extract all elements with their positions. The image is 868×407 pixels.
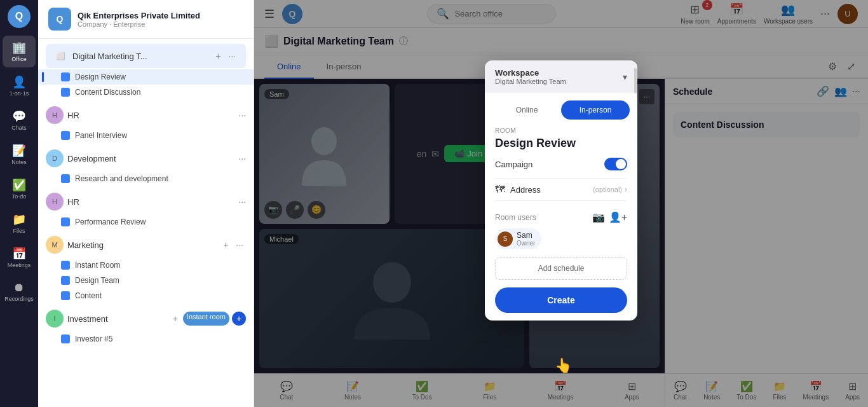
create-button[interactable]: Create [495, 287, 627, 313]
sidebar-item-files[interactable]: 📁 Files [3, 207, 36, 239]
room-name-instant: Instant Room [75, 261, 120, 270]
sidebar-item-todo[interactable]: ✅ To-do [3, 173, 36, 205]
modal-tab-inperson[interactable]: In-person [561, 100, 630, 120]
room-name-content-discussion: Content Discussion [75, 88, 140, 97]
company-name: Qik Enterprises Private Limited [78, 11, 200, 20]
section-name-development: Development [67, 154, 234, 163]
section-hr-1-menu[interactable]: ··· [238, 110, 246, 120]
investment-menu-btn[interactable]: + [232, 312, 246, 326]
marketing-add-btn[interactable]: + [220, 238, 231, 251]
room-panel-interview[interactable]: Panel Interview [38, 128, 254, 143]
user-chip-avatar-sam: S [498, 231, 513, 247]
room-name-design-team: Design Team [75, 276, 119, 285]
campaign-toggle[interactable] [604, 158, 627, 170]
room-content-discussion[interactable]: Content Discussion [38, 85, 254, 100]
section-investment: I Investment + Instant room + [38, 306, 254, 331]
room-users-section: Room users 📷 👤+ S Sam Owner [495, 211, 627, 249]
workspace-name: Digital Marketing T... [72, 52, 208, 61]
address-right: (optional) › [593, 185, 627, 194]
room-name-display: Design Review [495, 137, 627, 150]
room-name-content: Content [75, 291, 102, 300]
sidebar-item-1on1[interactable]: 👤 1-on-1s [3, 70, 36, 102]
room-design-team[interactable]: Design Team [38, 273, 254, 288]
room-name-research: Research and development [75, 174, 168, 183]
room-users-label: Room users [495, 213, 536, 222]
optional-text: (optional) [593, 186, 622, 193]
company-header[interactable]: Q Qik Enterprises Private Limited Compan… [38, 0, 254, 39]
modal-tab-online[interactable]: Online [492, 100, 561, 120]
add-user-btn[interactable]: 👤+ [609, 211, 627, 223]
investment-add-btn[interactable]: + [170, 312, 180, 326]
address-row[interactable]: 🗺 Address (optional) › [495, 178, 627, 201]
section-dev-menu[interactable]: ··· [238, 153, 246, 163]
chip-name: Sam [517, 231, 535, 240]
room-performance-review[interactable]: Performance Review [38, 214, 254, 230]
workspace-add-btn[interactable]: + [213, 50, 223, 62]
sidebar-icons: Q 🏢 Office 👤 1-on-1s 💬 Chats 📝 Notes ✅ T… [0, 0, 38, 407]
room-name-design-review: Design Review [75, 72, 126, 81]
sidebar-item-chats[interactable]: 💬 Chats [3, 104, 36, 136]
instant-room-badge: Instant room [183, 312, 229, 326]
room-dot-instant [61, 261, 70, 270]
company-info: Qik Enterprises Private Limited Company … [78, 11, 200, 28]
sidebar-item-meetings[interactable]: 📅 Meetings [3, 242, 36, 273]
address-left: 🗺 Address [495, 184, 541, 195]
room-investor5[interactable]: Investor #5 [38, 331, 254, 347]
chip-role: Owner [517, 240, 535, 247]
room-dot-design-review [61, 72, 70, 81]
campaign-row: Campaign [495, 158, 627, 170]
room-label: Room [495, 127, 627, 134]
add-schedule-btn[interactable]: Add schedule [495, 257, 627, 280]
main-content: ☰ Q 🔍 2 ⊞ New room 📅 Appointments � [254, 0, 868, 407]
room-instant-room[interactable]: Instant Room [38, 258, 254, 273]
modal-body: Room Design Review Campaign 🗺 Address (o… [485, 120, 637, 321]
room-name-panel: Panel Interview [75, 131, 127, 140]
sidebar-item-recordings[interactable]: ⏺ Recordings [3, 276, 36, 307]
room-dot-content [61, 291, 70, 300]
left-panel: Q Qik Enterprises Private Limited Compan… [38, 0, 254, 407]
section-name-hr-1: HR [67, 111, 234, 120]
chevron-right-icon: › [625, 185, 627, 194]
files-icon: 📁 [12, 212, 26, 226]
workspace-selector-text: Workspace Digital Marketing Team [495, 68, 566, 85]
section-hr-1: H HR ··· [38, 102, 254, 128]
sidebar-item-office[interactable]: 🏢 Office [3, 36, 36, 67]
room-name-investor5: Investor #5 [75, 335, 112, 343]
room-dot-performance [61, 217, 70, 226]
room-content[interactable]: Content [38, 288, 254, 303]
company-logo: Q [48, 8, 71, 31]
room-design-review[interactable]: Design Review [38, 69, 254, 85]
room-users-header: Room users 📷 👤+ [495, 211, 627, 223]
chevron-down-icon: ▾ [623, 72, 627, 82]
workspace-menu-btn[interactable]: ··· [226, 50, 238, 62]
address-text: Address [510, 185, 541, 195]
logo-circle: Q [8, 5, 31, 28]
chats-icon: 💬 [12, 109, 26, 123]
todo-icon: ✅ [12, 178, 26, 192]
workspace-main: Workspace [495, 68, 566, 78]
campaign-label: Campaign [495, 160, 532, 169]
section-development: D Development ··· [38, 146, 254, 171]
workspace-digital-marketing[interactable]: ⬜ Digital Marketing T... + ··· [46, 44, 246, 68]
avatar-hr-1: H [46, 106, 64, 124]
section-hr-2-menu[interactable]: ··· [238, 197, 246, 207]
avatar-hr-2: H [46, 193, 64, 210]
camera-users-btn[interactable]: 📷 [592, 211, 605, 223]
create-room-modal: Workspace Digital Marketing Team ▾ Onlin… [485, 60, 637, 321]
marketing-menu-btn[interactable]: ··· [233, 238, 246, 251]
modal-tabs: Online In-person [485, 93, 637, 120]
avatar-investment: I [46, 310, 64, 328]
section-name-investment: Investment [67, 314, 166, 324]
room-research[interactable]: Research and development [38, 171, 254, 186]
modal-scroll [634, 60, 637, 321]
1on1-icon: 👤 [12, 75, 26, 89]
meetings-icon: 📅 [12, 247, 26, 261]
workspace-selector[interactable]: Workspace Digital Marketing Team ▾ [485, 60, 637, 93]
user-chip-info-sam: Sam Owner [517, 231, 535, 247]
sidebar-item-notes[interactable]: 📝 Notes [3, 139, 36, 170]
company-type: Company · Enterprise [78, 20, 200, 28]
avatar-development: D [46, 149, 64, 167]
workspace-sub: Digital Marketing Team [495, 78, 566, 85]
app-logo: Q [8, 5, 31, 28]
address-icon: 🗺 [495, 184, 505, 195]
